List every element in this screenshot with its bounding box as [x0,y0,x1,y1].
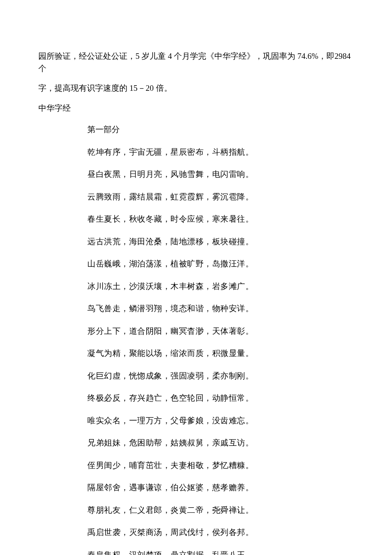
poem-line: 冰川冻土，沙漠沃壤，木丰树森，岩多滩广。 [87,280,354,293]
poem-line-text: 尊朋礼友，仁义君郎，炎黄二帝，尧舜禅让。 [87,506,254,515]
poem-line: 远古洪荒，海田沧桑，陆地漂移，板块碰撞。 [87,236,354,248]
poem-line: 化巨幻虚，恍惚成象，强固凌弱，柔亦制刚。 [87,370,354,382]
poem-line-text: 凝气为精，聚能以场，缩浓而质，积微显量。 [87,349,254,358]
poem-line: 鸟飞兽走，鳞潜羽翔，境态和谐，物种安详。 [87,303,354,315]
poem-line-text: 秦皇集权，汉刘楚项，鼎立割据，乱晋八王。 [87,550,254,555]
poem-line: 侄男闺少，哺育茁壮，夫妻相敬，梦忆糟糠。 [87,460,354,472]
poem-line: 云腾致雨，露结晨霜，虹霓霞辉，雾沉雹降。 [87,191,354,203]
poem-line: 唯实众名，一理万方，父母爹娘，没齿难忘。 [87,415,354,427]
document-title: 中华字经 [38,102,354,115]
section-heading-text: 第一部分 [87,125,120,134]
poem-line: 凝气为精，聚能以场，缩浓而质，积微显量。 [87,347,354,360]
poem-line-text: 禹启世袭，灭桀商汤，周武伐纣，侯列各邦。 [87,528,254,537]
poem-line-text: 远古洪荒，海田沧桑，陆地漂移，板块碰撞。 [87,237,254,246]
poem-line-text: 兄弟姐妹，危困助帮，姑姨叔舅，亲戚互访。 [87,438,254,447]
poem-line: 秦皇集权，汉刘楚项，鼎立割据，乱晋八王。 [87,549,354,555]
poem-line-text: 鸟飞兽走，鳞潜羽翔，境态和谐，物种安详。 [87,304,254,313]
poem-line-text: 云腾致雨，露结晨霜，虹霓霞辉，雾沉雹降。 [87,192,254,201]
poem-line: 春生夏长，秋收冬藏，时令应候，寒来暑往。 [87,213,354,225]
poem-line-text: 侄男闺少，哺育茁壮，夫妻相敬，梦忆糟糠。 [87,461,254,470]
poem-line: 乾坤有序，宇宙无疆，星辰密布，斗柄指航。 [87,146,354,159]
poem-line-text: 终极必反，存兴趋亡，色空轮回，动静恒常。 [87,393,254,402]
poem-line-text: 隔屋邻舍，遇事谦谅，伯公妪婆，慈孝赡养。 [87,483,254,492]
poem-line: 昼白夜黑，日明月亮，风驰雪舞，电闪雷响。 [87,168,354,181]
poem-line: 山岳巍峨，湖泊荡漾，植被旷野，岛撒汪洋。 [87,258,354,270]
poem-line-text: 形分上下，道合阴阳，幽冥杳渺，天体著彰。 [87,327,254,335]
poem-line-text: 昼白夜黑，日明月亮，风驰雪舞，电闪雷响。 [87,170,254,179]
poem-line: 禹启世袭，灭桀商汤，周武伐纣，侯列各邦。 [87,526,354,539]
poem-line-text: 山岳巍峨，湖泊荡漾，植被旷野，岛撒汪洋。 [87,259,254,268]
section-heading: 第一部分 [38,124,354,136]
poem-line: 兄弟姐妹，危困助帮，姑姨叔舅，亲戚互访。 [87,437,354,449]
intro-paragraph-1: 园所验证，经公证处公证，5 岁儿童 4 个月学完《中华字经》，巩固率为 74.6… [38,50,354,75]
poem-block: 乾坤有序，宇宙无疆，星辰密布，斗柄指航。 昼白夜黑，日明月亮，风驰雪舞，电闪雷响… [38,146,354,555]
poem-line: 尊朋礼友，仁义君郎，炎黄二帝，尧舜禅让。 [87,504,354,517]
poem-line-text: 化巨幻虚，恍惚成象，强固凌弱，柔亦制刚。 [87,371,254,380]
poem-line: 终极必反，存兴趋亡，色空轮回，动静恒常。 [87,392,354,405]
intro-text-2: 字，提高现有识字速度的 15－20 倍。 [38,84,172,92]
poem-line-text: 春生夏长，秋收冬藏，时令应候，寒来暑往。 [87,214,254,223]
poem-line-text: 唯实众名，一理万方，父母爹娘，没齿难忘。 [87,416,254,425]
poem-line: 隔屋邻舍，遇事谦谅，伯公妪婆，慈孝赡养。 [87,482,354,494]
poem-line: 形分上下，道合阴阳，幽冥杳渺，天体著彰。 [87,325,354,338]
intro-paragraph-2: 字，提高现有识字速度的 15－20 倍。 [38,82,354,95]
intro-text-1: 园所验证，经公证处公证，5 岁儿童 4 个月学完《中华字经》，巩固率为 74.6… [38,52,351,73]
poem-line-text: 冰川冻土，沙漠沃壤，木丰树森，岩多滩广。 [87,282,254,291]
title-text: 中华字经 [38,104,71,113]
poem-line-text: 乾坤有序，宇宙无疆，星辰密布，斗柄指航。 [87,147,254,156]
